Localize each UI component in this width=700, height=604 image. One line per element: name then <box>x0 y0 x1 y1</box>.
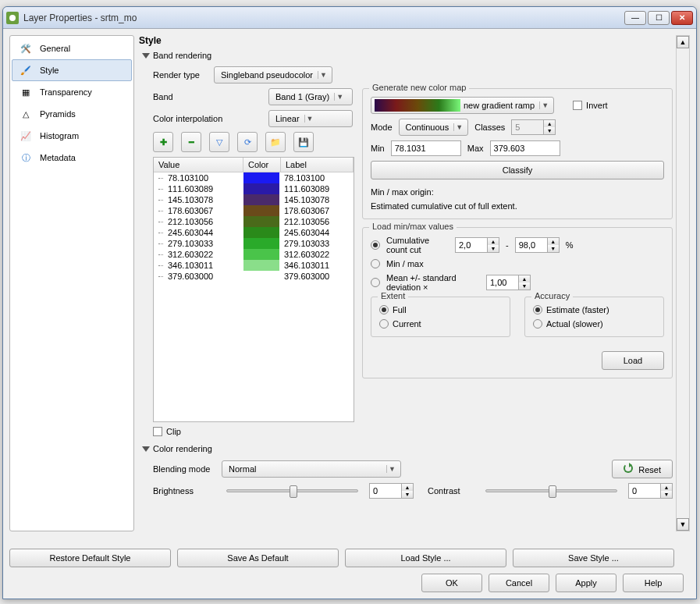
sidebar-item-pyramids[interactable]: △ Pyramids <box>12 103 132 125</box>
stddev-radio[interactable] <box>371 278 380 287</box>
add-entry-button[interactable]: ✚ <box>153 132 173 152</box>
close-button[interactable]: ✕ <box>671 11 693 25</box>
accuracy-act-radio[interactable]: Actual (slower) <box>533 319 603 329</box>
sidebar-item-style[interactable]: 🖌️ Style <box>12 59 132 81</box>
max-input[interactable] <box>490 140 560 156</box>
brightness-slider[interactable] <box>226 489 358 492</box>
cell-color <box>243 271 281 282</box>
classes-input[interactable] <box>511 119 544 135</box>
load-style-button[interactable]: Load Style ... <box>345 549 506 567</box>
up-icon[interactable]: ▲ <box>519 275 530 282</box>
minmax-radio[interactable] <box>371 259 380 268</box>
accuracy-act-label: Actual (slower) <box>546 319 603 329</box>
stddev-input[interactable] <box>486 275 519 290</box>
blend-combo[interactable]: Normal ▼ <box>222 460 401 478</box>
brightness-input[interactable] <box>369 483 402 499</box>
sidebar-item-histogram[interactable]: 📈 Histogram <box>12 125 132 147</box>
invert-checkbox[interactable]: Invert <box>573 101 608 110</box>
down-icon[interactable]: ▼ <box>488 245 499 252</box>
contrast-spinner[interactable]: ▲▼ <box>628 483 673 499</box>
vertical-scrollbar[interactable]: ▲ ▼ <box>676 35 690 531</box>
table-row[interactable]: 312.603022312.603022 <box>154 249 354 260</box>
gradient-combo[interactable]: new gradient ramp ▼ <box>371 97 554 114</box>
contrast-input[interactable] <box>628 483 661 499</box>
classify-button[interactable]: Classify <box>371 161 664 179</box>
collapse-icon[interactable] <box>142 446 150 452</box>
up-icon[interactable]: ▲ <box>488 238 499 245</box>
cumulative-radio[interactable] <box>371 240 380 250</box>
save-style-button[interactable]: Save Style ... <box>513 549 674 567</box>
render-type-combo[interactable]: Singleband pseudocolor ▼ <box>214 66 332 83</box>
down-icon[interactable]: ▼ <box>544 127 555 134</box>
reset-button[interactable]: Reset <box>612 460 673 478</box>
interp-combo[interactable]: Linear ▼ <box>268 110 353 127</box>
col-label[interactable]: Label <box>281 158 354 172</box>
table-row[interactable]: 111.603089111.603089 <box>154 183 354 194</box>
sort-button[interactable]: ▽ <box>209 132 229 152</box>
table-row[interactable]: 145.103078145.103078 <box>154 194 354 205</box>
cum-lo-spinner[interactable]: ▲▼ <box>455 237 499 253</box>
extent-current-radio[interactable]: Current <box>379 319 421 329</box>
section-title: Color rendering <box>153 444 212 453</box>
scroll-track[interactable] <box>677 48 688 518</box>
col-color[interactable]: Color <box>243 158 281 172</box>
cell-value: 279.103033 <box>154 239 243 248</box>
restore-default-button[interactable]: Restore Default Style <box>9 549 171 567</box>
table-row[interactable]: 78.10310078.103100 <box>154 172 354 183</box>
table-row[interactable]: 279.103033279.103033 <box>154 238 354 249</box>
scroll-down-icon[interactable]: ▼ <box>677 518 689 531</box>
sidebar-item-metadata[interactable]: ⓘ Metadata <box>12 147 132 169</box>
up-icon[interactable]: ▲ <box>661 484 672 491</box>
cancel-button[interactable]: Cancel <box>489 574 549 592</box>
save-file-button[interactable]: 💾 <box>293 132 314 152</box>
extent-full-radio[interactable]: Full <box>379 305 407 314</box>
open-file-button[interactable]: 📁 <box>265 132 286 152</box>
max-label: Max <box>467 144 484 153</box>
refresh-button[interactable]: ⟳ <box>237 132 258 152</box>
category-sidebar: 🛠️ General 🖌️ Style ▦ Transparency △ Pyr… <box>9 35 134 531</box>
cell-label: 346.103011 <box>281 261 354 270</box>
save-default-button[interactable]: Save As Default <box>177 549 339 567</box>
load-button[interactable]: Load <box>602 351 664 370</box>
reset-label: Reset <box>638 465 661 474</box>
contrast-slider[interactable] <box>485 489 617 492</box>
table-row[interactable]: 178.603067178.603067 <box>154 205 354 216</box>
table-row[interactable]: 212.103056212.103056 <box>154 216 354 227</box>
maximize-button[interactable]: ☐ <box>648 11 670 25</box>
col-value[interactable]: Value <box>154 158 243 172</box>
cum-hi-input[interactable] <box>515 237 548 253</box>
classes-spinner[interactable]: ▲▼ <box>511 119 556 135</box>
remove-entry-button[interactable]: ━ <box>181 132 201 152</box>
up-icon[interactable]: ▲ <box>402 484 413 491</box>
accuracy-est-radio[interactable]: Estimate (faster) <box>533 305 609 314</box>
cum-hi-spinner[interactable]: ▲▼ <box>515 237 560 253</box>
clip-checkbox[interactable]: Clip <box>153 427 181 436</box>
down-icon[interactable]: ▼ <box>402 491 413 498</box>
cell-label: 111.603089 <box>281 184 354 194</box>
down-icon[interactable]: ▼ <box>548 245 559 252</box>
table-row[interactable]: 245.603044245.603044 <box>154 227 354 238</box>
titlebar[interactable]: Layer Properties - srtm_mo — ☐ ✕ <box>3 7 696 29</box>
cum-lo-input[interactable] <box>455 237 488 253</box>
table-row[interactable]: 346.103011346.103011 <box>154 260 354 271</box>
sidebar-item-general[interactable]: 🛠️ General <box>12 37 132 59</box>
brightness-spinner[interactable]: ▲▼ <box>369 483 414 499</box>
help-button[interactable]: Help <box>623 574 684 592</box>
minimize-button[interactable]: — <box>624 11 646 25</box>
chevron-down-icon: ▼ <box>453 123 464 131</box>
ok-button[interactable]: OK <box>421 574 482 592</box>
min-input[interactable] <box>391 140 461 156</box>
mode-combo[interactable]: Continuous ▼ <box>399 119 469 136</box>
checkbox-icon <box>153 427 162 436</box>
table-row[interactable]: 379.603000379.603000 <box>154 271 354 282</box>
down-icon[interactable]: ▼ <box>519 282 530 290</box>
up-icon[interactable]: ▲ <box>548 238 559 245</box>
stddev-spinner[interactable]: ▲▼ <box>486 275 531 290</box>
up-icon[interactable]: ▲ <box>544 120 555 127</box>
collapse-icon[interactable] <box>142 53 150 59</box>
down-icon[interactable]: ▼ <box>661 491 672 498</box>
scroll-up-icon[interactable]: ▲ <box>677 36 689 48</box>
apply-button[interactable]: Apply <box>556 574 616 592</box>
band-combo[interactable]: Band 1 (Gray) ▼ <box>268 88 353 105</box>
sidebar-item-transparency[interactable]: ▦ Transparency <box>12 81 132 103</box>
